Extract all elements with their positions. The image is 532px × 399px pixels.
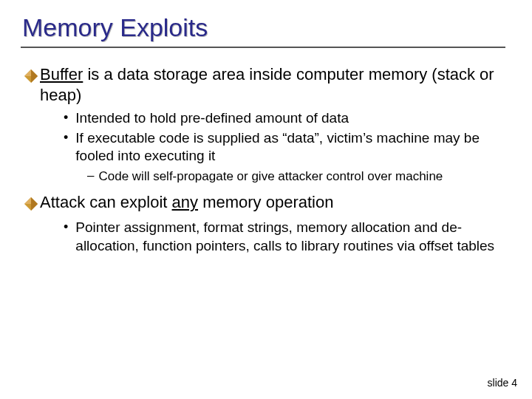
sub-list: • Pointer assignment, format strings, me… bbox=[64, 219, 510, 255]
dot-icon: • bbox=[64, 219, 68, 236]
bullet-rest: is a data storage area inside computer m… bbox=[40, 65, 494, 104]
sub-sub-text: Code will self-propagate or give attacke… bbox=[98, 168, 443, 185]
svg-marker-5 bbox=[24, 197, 31, 204]
svg-marker-1 bbox=[31, 69, 38, 83]
bullet-text: Buffer is a data storage area inside com… bbox=[40, 64, 510, 105]
bullet-attack: Attack can exploit any memory operation … bbox=[24, 192, 510, 255]
dot-icon: • bbox=[64, 109, 68, 126]
sub-list: • Intended to hold pre-defined amount of… bbox=[64, 109, 510, 166]
sub-text: Intended to hold pre-defined amount of d… bbox=[75, 109, 349, 128]
bullet-row: Attack can exploit any memory operation bbox=[24, 192, 510, 214]
diamond-bullet-icon bbox=[24, 69, 38, 86]
underlined-word: Buffer bbox=[40, 65, 83, 83]
slide-number: slide 4 bbox=[488, 377, 517, 389]
svg-marker-4 bbox=[31, 197, 38, 211]
dash-icon: – bbox=[87, 168, 94, 183]
sub-bullet: • If executable code is supplied as “dat… bbox=[64, 129, 510, 166]
sub-text: If executable code is supplied as “data”… bbox=[75, 129, 510, 166]
sub-sub-list: – Code will self-propagate or give attac… bbox=[87, 168, 510, 185]
svg-marker-2 bbox=[24, 69, 31, 76]
diamond-bullet-icon bbox=[24, 197, 38, 214]
underlined-word: any bbox=[172, 193, 198, 211]
sub-bullet: • Intended to hold pre-defined amount of… bbox=[64, 109, 510, 128]
slide-title: Memory Exploits bbox=[22, 13, 510, 42]
bullet-text: Attack can exploit any memory operation bbox=[40, 192, 333, 213]
bullet-row: Buffer is a data storage area inside com… bbox=[24, 64, 510, 105]
bullet-buffer: Buffer is a data storage area inside com… bbox=[24, 64, 510, 185]
title-rule bbox=[21, 47, 505, 48]
dot-icon: • bbox=[64, 129, 68, 146]
bullet-post: memory operation bbox=[198, 193, 333, 211]
sub-sub-bullet: – Code will self-propagate or give attac… bbox=[87, 168, 510, 185]
bullet-pre: Attack can exploit bbox=[40, 193, 172, 211]
sub-bullet: • Pointer assignment, format strings, me… bbox=[64, 219, 510, 255]
slide: Memory Exploits Buffer is a data storage… bbox=[0, 0, 532, 256]
sub-text: Pointer assignment, format strings, memo… bbox=[75, 219, 510, 255]
